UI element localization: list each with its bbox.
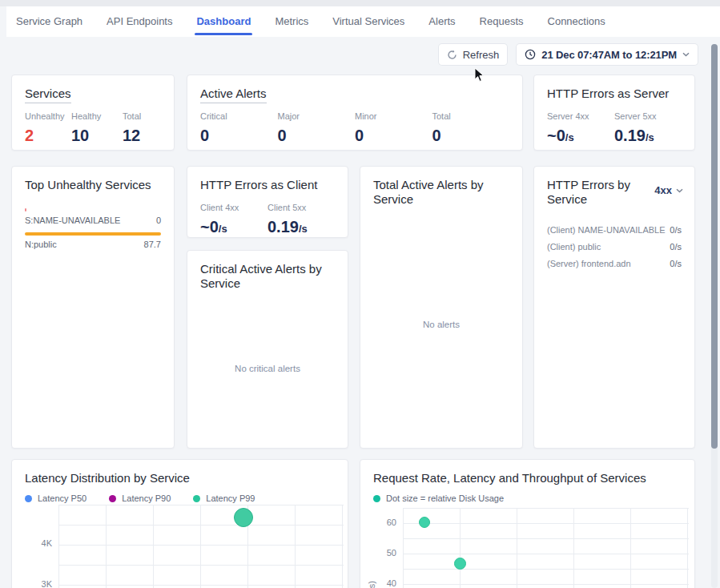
vertical-scrollbar-thumb[interactable] xyxy=(711,44,718,449)
scatter-dot xyxy=(234,508,253,527)
services-stat-healthy: Healthy 10 xyxy=(71,111,123,145)
tab-service-graph[interactable]: Service Graph xyxy=(14,6,84,37)
time-range-picker[interactable]: 21 Dec 07:47AM to 12:21PM xyxy=(517,44,698,65)
services-stat-total: Total 12 xyxy=(123,111,141,145)
http-errors-client-card: HTTP Errors as Client Client 4xx ~0/s Cl… xyxy=(187,166,348,238)
http-errors-server-card: HTTP Errors as Server Server 4xx ~0/s Se… xyxy=(533,75,695,151)
request-rate-chart-title: Request Rate, Latency and Throughput of … xyxy=(373,471,682,485)
http-errors-client-title: HTTP Errors as Client xyxy=(200,178,335,192)
nav-tab-bar: Service Graph API Endpoints Dashboard Me… xyxy=(6,6,720,37)
latency-chart-legend: Latency P50 Latency P90 Latency P99 xyxy=(25,493,255,503)
p99-legend-dot-icon xyxy=(193,495,200,502)
scatter-dot xyxy=(454,558,466,570)
total-alerts-by-service-card: Total Active Alerts by Service No alerts xyxy=(360,166,523,449)
y-axis-tick: 3K xyxy=(31,579,52,588)
y-axis-label: (s) xyxy=(367,581,376,588)
y-axis-tick: 4K xyxy=(31,538,52,548)
chevron-down-icon xyxy=(676,188,683,193)
disk-usage-legend-dot-icon xyxy=(373,495,380,502)
request-rate-scatter-plot[interactable]: 60 50 40 xyxy=(403,508,689,588)
tab-connections[interactable]: Connections xyxy=(546,6,607,37)
legend-item-p50[interactable]: Latency P50 xyxy=(25,493,86,503)
alerts-stat-major: Major 0 xyxy=(278,111,356,145)
tab-virtual-services[interactable]: Virtual Services xyxy=(331,6,406,37)
active-alerts-card-title: Active Alerts xyxy=(200,87,509,101)
alerts-stat-total: Total 0 xyxy=(432,111,510,145)
client-4xx-stat: Client 4xx ~0/s xyxy=(200,203,267,236)
active-alerts-card: Active Alerts Critical 0 Major 0 Minor 0… xyxy=(187,75,523,151)
unhealthy-bar-2 xyxy=(25,232,161,236)
refresh-label: Refresh xyxy=(463,49,500,61)
tab-api-endpoints[interactable]: API Endpoints xyxy=(105,6,174,37)
tab-alerts[interactable]: Alerts xyxy=(427,6,457,37)
tab-metrics[interactable]: Metrics xyxy=(273,6,310,37)
refresh-icon xyxy=(447,50,457,60)
request-rate-chart-legend: Dot size = relative Disk Usage xyxy=(373,493,504,503)
alerts-stat-critical: Critical 0 xyxy=(200,111,278,145)
tab-requests[interactable]: Requests xyxy=(478,6,525,37)
y-axis-tick: 40 xyxy=(376,578,396,588)
latency-chart-title: Latency Distribution by Service xyxy=(25,471,335,485)
chevron-down-icon xyxy=(682,52,690,57)
http-errors-by-service-card: HTTP Errors by Service 4xx (Client) NAME… xyxy=(533,166,695,449)
toolbar: Refresh 21 Dec 07:47AM to 12:21PM xyxy=(439,44,698,65)
server-5xx-stat: Server 5xx 0.19/s xyxy=(614,111,682,145)
services-card: Services Unhealthy 2 Healthy 10 Total 12 xyxy=(11,75,175,151)
client-5xx-stat: Client 5xx 0.19/s xyxy=(267,203,335,236)
y-axis-tick: 60 xyxy=(376,518,396,527)
latency-distribution-chart-card: Latency Distribution by Service Latency … xyxy=(11,459,348,588)
critical-alerts-title: Critical Active Alerts by Service xyxy=(200,262,328,291)
critical-alerts-by-service-card: Critical Active Alerts by Service No cri… xyxy=(187,250,348,449)
list-item[interactable]: S:NAME-UNAVAILABLE 0 xyxy=(25,215,161,225)
server-4xx-stat: Server 4xx ~0/s xyxy=(547,111,614,145)
y-axis-tick: 50 xyxy=(376,548,396,558)
scatter-dot xyxy=(419,517,430,528)
list-item[interactable]: N:public 87.7 xyxy=(25,240,161,249)
top-unhealthy-services-card: Top Unhealthy Services S:NAME-UNAVAILABL… xyxy=(11,166,175,449)
legend-item-disk-usage: Dot size = relative Disk Usage xyxy=(373,493,504,503)
table-row[interactable]: (Client) public 0/s xyxy=(547,238,682,255)
table-row[interactable]: (Client) NAME-UNAVAILABLE 0/s xyxy=(547,221,682,238)
p50-legend-dot-icon xyxy=(25,495,32,502)
top-unhealthy-title: Top Unhealthy Services xyxy=(25,178,161,192)
window-top-strip xyxy=(0,0,720,6)
time-range-label: 21 Dec 07:47AM to 12:21PM xyxy=(541,49,677,61)
legend-item-p90[interactable]: Latency P90 xyxy=(109,493,171,503)
legend-item-p99[interactable]: Latency P99 xyxy=(193,493,255,503)
request-rate-chart-card: Request Rate, Latency and Throughput of … xyxy=(360,459,695,588)
p90-legend-dot-icon xyxy=(109,495,116,502)
services-stat-unhealthy: Unhealthy 2 xyxy=(25,111,71,145)
tab-dashboard[interactable]: Dashboard xyxy=(195,6,252,37)
table-row[interactable]: (Server) frontend.adn 0/s xyxy=(547,255,682,272)
total-alerts-title: Total Active Alerts by Service xyxy=(373,178,501,207)
error-type-filter-dropdown[interactable]: 4xx xyxy=(654,184,683,196)
latency-scatter-plot[interactable]: 4K 3K xyxy=(58,505,344,588)
refresh-button[interactable]: Refresh xyxy=(439,44,508,65)
clock-icon xyxy=(525,49,536,60)
alerts-stat-minor: Minor 0 xyxy=(355,111,432,145)
http-errors-by-service-title: HTTP Errors by Service xyxy=(547,178,643,207)
services-card-title: Services xyxy=(25,87,161,101)
http-errors-server-title: HTTP Errors as Server xyxy=(547,87,682,101)
no-alerts-text: No alerts xyxy=(360,320,522,329)
no-critical-alerts-text: No critical alerts xyxy=(187,364,348,373)
unhealthy-bar-1 xyxy=(25,208,26,211)
